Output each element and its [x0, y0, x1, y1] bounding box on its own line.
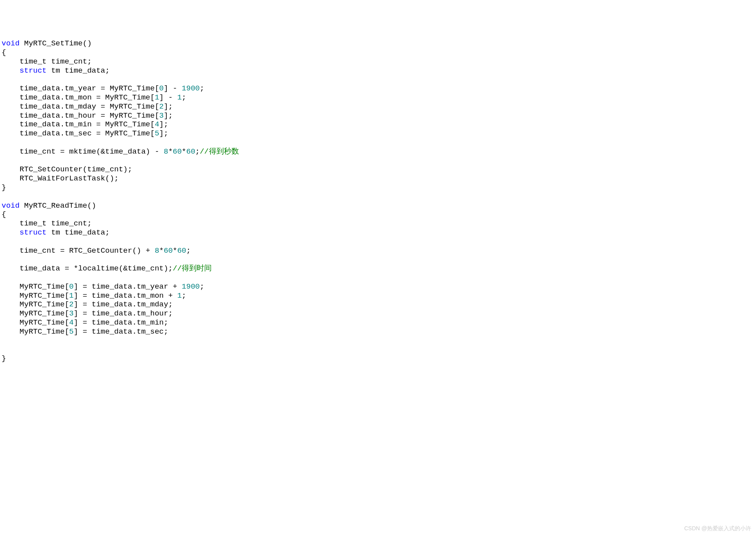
code-line: MyRTC_Time[1] = time_data.tm_mon + 1; [2, 291, 186, 300]
code-line: { [2, 48, 6, 57]
comment: //得到时间 [173, 264, 212, 273]
code-line: struct tm time_data; [2, 228, 110, 237]
code-line: time_data.tm_hour = MyRTC_Time[3]; [2, 111, 173, 120]
code-line: time_data.tm_year = MyRTC_Time[0] - 1900… [2, 84, 204, 93]
code-line: MyRTC_Time[0] = time_data.tm_year + 1900… [2, 282, 204, 291]
code-line: struct tm time_data; [2, 66, 110, 75]
comment: //得到秒数 [200, 147, 239, 156]
code-line: time_data.tm_sec = MyRTC_Time[5]; [2, 129, 168, 138]
code-line: time_data.tm_mday = MyRTC_Time[2]; [2, 102, 173, 111]
code-line: time_cnt = RTC_GetCounter() + 8*60*60; [2, 246, 191, 255]
keyword-struct: struct [20, 66, 47, 75]
code-line: MyRTC_Time[4] = time_data.tm_min; [2, 318, 168, 327]
code-line: MyRTC_Time[3] = time_data.tm_hour; [2, 309, 173, 318]
code-line: { [2, 210, 6, 219]
code-line: time_data = *localtime(&time_cnt);//得到时间 [2, 264, 212, 273]
code-line: MyRTC_Time[2] = time_data.tm_mday; [2, 300, 173, 309]
keyword-void: void [2, 39, 20, 48]
keyword-void: void [2, 201, 20, 210]
code-line: time_data.tm_min = MyRTC_Time[4]; [2, 120, 168, 129]
code-block: void MyRTC_SetTime() { time_t time_cnt; … [0, 36, 756, 366]
code-line: time_t time_cnt; [2, 219, 92, 228]
code-line: time_cnt = mktime(&time_data) - 8*60*60;… [2, 147, 239, 156]
code-line: void MyRTC_ReadTime() [2, 201, 96, 210]
keyword-struct: struct [20, 228, 47, 237]
code-line: RTC_SetCounter(time_cnt); [2, 165, 132, 174]
code-line: void MyRTC_SetTime() [2, 39, 92, 48]
code-line: } [2, 354, 6, 363]
code-line: RTC_WaitForLastTask(); [2, 174, 118, 183]
code-line: time_t time_cnt; [2, 57, 92, 66]
code-line: MyRTC_Time[5] = time_data.tm_sec; [2, 327, 168, 336]
code-line: } [2, 183, 6, 192]
code-line: time_data.tm_mon = MyRTC_Time[1] - 1; [2, 93, 186, 102]
